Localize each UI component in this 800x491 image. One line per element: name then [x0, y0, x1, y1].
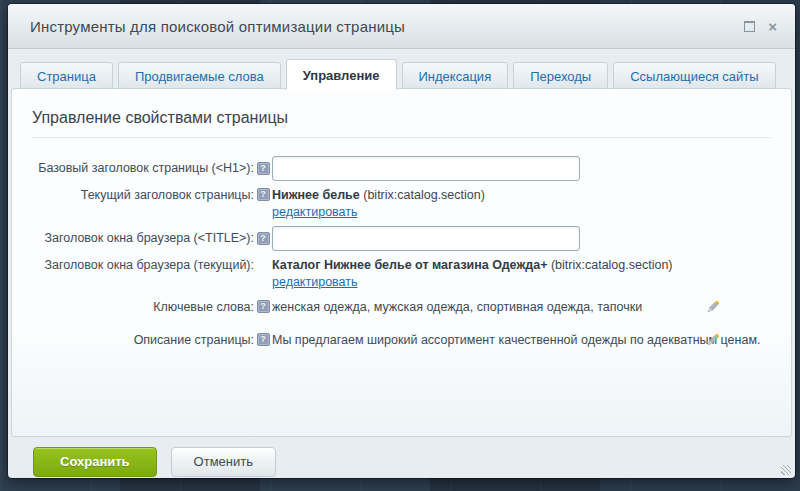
description-value: Мы предлагаем широкий ассортимент качест…: [272, 333, 761, 347]
edit-pencil-icon[interactable]: [705, 299, 721, 315]
h1-title-input[interactable]: [272, 156, 580, 181]
save-button[interactable]: Сохранить: [33, 447, 157, 477]
browser-title-input[interactable]: [272, 226, 580, 251]
current-browser-title-component: (bitrix:catalog.section): [551, 258, 673, 272]
edit-browser-title-link[interactable]: редактировать: [272, 274, 358, 290]
help-icon[interactable]: ?: [257, 333, 270, 346]
tab-page[interactable]: Страница: [20, 62, 113, 89]
tab-referring-sites[interactable]: Ссылающиеся сайты: [613, 62, 775, 89]
page-background: Инструменты для поисковой оптимизации ст…: [0, 0, 800, 491]
field-label-keywords: Ключевые слова:: [32, 299, 254, 315]
tab-bar: Страница Продвигаемые слова Управление И…: [20, 58, 783, 89]
tab-management[interactable]: Управление: [286, 59, 397, 90]
dialog-title: Инструменты для поисковой оптимизации ст…: [30, 18, 744, 35]
close-icon[interactable]: ×: [768, 19, 777, 34]
tab-transitions[interactable]: Переходы: [513, 62, 608, 89]
help-icon[interactable]: ?: [257, 188, 270, 201]
form-row-browser-title: Заголовок окна браузера (<TITLE>): ?: [32, 226, 771, 251]
field-label-h1: Базовый заголовок страницы (<H1>):: [32, 156, 254, 181]
form-row-current-browser-title: Заголовок окна браузера (текущий): Катал…: [32, 257, 771, 290]
cancel-button[interactable]: Отменить: [171, 447, 276, 477]
help-icon[interactable]: ?: [257, 300, 270, 313]
form-row-current-title: Текущий заголовок страницы: ? Нижнее бел…: [32, 187, 771, 220]
section-heading: Управление свойствами страницы: [32, 109, 771, 127]
field-label-current-title: Текущий заголовок страницы:: [32, 187, 254, 203]
seo-tools-dialog: Инструменты для поисковой оптимизации ст…: [8, 4, 795, 478]
field-label-current-browser-title: Заголовок окна браузера (текущий):: [32, 257, 254, 273]
resize-grip-icon[interactable]: [781, 465, 791, 475]
current-title-value: Нижнее белье: [272, 188, 360, 202]
dialog-footer: Сохранить Отменить: [8, 437, 795, 478]
form-row-description: Описание страницы: ? Мы предлагаем широк…: [32, 332, 771, 348]
help-icon[interactable]: ?: [257, 232, 270, 245]
section-divider: [32, 137, 771, 138]
current-title-component: (bitrix:catalog.section): [363, 188, 485, 202]
keywords-value: женская одежда, мужская одежда, спортивн…: [272, 300, 642, 314]
dialog-titlebar: Инструменты для поисковой оптимизации ст…: [8, 4, 795, 49]
tab-promoted-words[interactable]: Продвигаемые слова: [118, 62, 281, 89]
form-row-keywords: Ключевые слова: ? женская одежда, мужска…: [32, 299, 771, 315]
current-browser-title-value: Каталог Нижнее белье от магазина Одежда+: [272, 258, 547, 272]
tab-indexing[interactable]: Индексация: [402, 62, 509, 89]
maximize-icon[interactable]: [744, 21, 755, 32]
dialog-body: Страница Продвигаемые слова Управление И…: [8, 49, 795, 437]
edit-pencil-icon[interactable]: [705, 332, 721, 348]
help-icon[interactable]: ?: [257, 162, 270, 175]
content-panel: Управление свойствами страницы Базовый з…: [11, 88, 792, 437]
field-label-description: Описание страницы:: [32, 332, 254, 348]
edit-title-link[interactable]: редактировать: [272, 204, 358, 220]
window-controls: ×: [744, 19, 777, 34]
field-label-browser-title: Заголовок окна браузера (<TITLE>):: [32, 226, 254, 251]
form-row-h1: Базовый заголовок страницы (<H1>): ?: [32, 156, 771, 181]
